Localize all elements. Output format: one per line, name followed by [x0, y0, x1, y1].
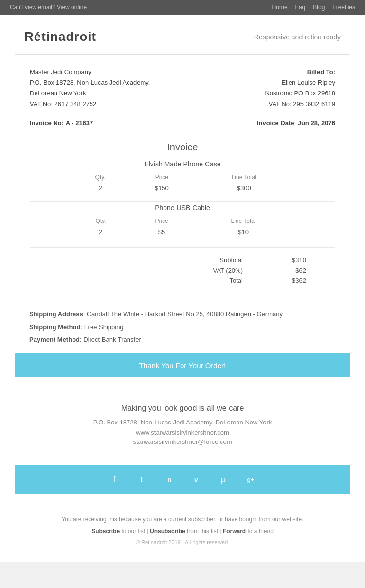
linkedin-icon[interactable]: in: [162, 473, 176, 486]
footer-website[interactable]: www.starwarsisirvinkershner.com: [24, 429, 341, 436]
billing-from: Master Jedi Company P.O. Box 18728, Non-…: [30, 67, 150, 110]
invoice-meta: Invoice No: A - 21637 Invoice Date: Jun …: [30, 119, 335, 127]
invoice-no-value: A - 21637: [66, 119, 93, 127]
legal-links: Subscribe to our list | Unsubscribe from…: [24, 525, 341, 537]
legal-text: You are receiving this because you are a…: [24, 514, 341, 525]
faq-link[interactable]: Faq: [295, 4, 306, 11]
unsubscribe-link[interactable]: Unsubscribe: [150, 528, 185, 534]
main-wrapper: Rétinadroit Responsive and retina ready …: [0, 15, 365, 562]
topbar-nav: Home Faq Blog Freebies: [272, 4, 355, 11]
product-2-section: Phone USB Cable Qty. Price Line Total 2 …: [30, 204, 335, 238]
payment-method-value: Direct Bank Transfer: [83, 336, 141, 343]
vat-row: VAT (20%) $62: [30, 265, 335, 276]
billed-to-label: Billed To:: [265, 67, 335, 77]
blog-link[interactable]: Blog: [313, 4, 325, 11]
freebies-link[interactable]: Freebies: [332, 4, 355, 11]
product-1-section: Elvish Made Phone Case Qty. Price Line T…: [30, 160, 335, 194]
vimeo-icon[interactable]: v: [189, 473, 203, 486]
pinterest-icon[interactable]: p: [217, 473, 230, 486]
product-1-data-row: 2 $150 $300: [30, 183, 335, 194]
total-row: Total $362: [30, 276, 335, 286]
billed-to-name: Ellen Louise Ripley: [265, 77, 335, 88]
invoice-date-value: Jun 28, 2076: [298, 119, 335, 127]
company-address1: P.O. Box 18728, Non-Lucas Jedi Academy,: [30, 77, 150, 88]
subscribe-text: to our list |: [122, 528, 150, 534]
product-2-header-row: Qty. Price Line Total: [30, 216, 335, 226]
product-1-linetotal-header: Line Total: [182, 172, 335, 183]
footer-address: P.O. Box 18728, Non-Lucas Jedi Academy, …: [24, 419, 341, 426]
product-1-price-header: Price: [142, 172, 182, 183]
billing-header: Master Jedi Company P.O. Box 18728, Non-…: [30, 67, 335, 110]
product-2-name: Phone USB Cable: [30, 204, 335, 212]
invoice-number-field: Invoice No: A - 21637: [30, 119, 93, 127]
twitter-icon[interactable]: t: [135, 473, 148, 486]
subscribe-link[interactable]: Subscribe: [91, 528, 120, 534]
product-2-price-header: Price: [143, 216, 181, 226]
total-value: $362: [282, 277, 306, 284]
product-1-qty: 2: [30, 183, 142, 194]
view-email-link[interactable]: Can't view email? View online: [10, 4, 87, 11]
product-1-price: $150: [142, 183, 182, 194]
invoice-title: Invoice: [30, 142, 335, 153]
footer-brand: Making you look good is all we care P.O.…: [0, 389, 365, 455]
header-section: Rétinadroit Responsive and retina ready: [0, 15, 365, 54]
shipping-address-label: Shipping Address: [29, 311, 83, 318]
billing-to: Billed To: Ellen Louise Ripley Nostromo …: [265, 67, 335, 110]
logo: Rétinadroit: [24, 29, 96, 44]
vat-value: $62: [282, 267, 306, 274]
subtotal-value: $310: [282, 257, 306, 264]
totals-section: Subtotal $310 VAT (20%) $62 Total $362: [30, 247, 335, 286]
product-2-price: $5: [143, 226, 181, 238]
product-1-name: Elvish Made Phone Case: [30, 160, 335, 168]
forward-link[interactable]: Forward: [223, 528, 246, 534]
billed-to-address: Nostromo PO Box 29618: [265, 88, 335, 99]
product-2-qty-header: Qty.: [30, 216, 143, 226]
billed-to-vat: VAT No: 295 3932 6119: [265, 99, 335, 110]
shipping-method-line: Shipping Method: Free Shipping: [29, 321, 336, 333]
subtotal-label: Subtotal: [204, 257, 243, 264]
payment-method-line: Payment Method: Direct Bank Transfer: [29, 333, 336, 346]
product-2-linetotal-header: Line Total: [181, 216, 335, 226]
product-1-header-row: Qty. Price Line Total: [30, 172, 335, 183]
social-bar: f t in v p g+: [15, 465, 350, 494]
topbar: Can't view email? View online Home Faq B…: [0, 0, 365, 15]
divider: [30, 129, 335, 129]
product-2-linetotal: $10: [181, 226, 335, 238]
product-2-qty: 2: [30, 226, 143, 238]
googleplus-icon[interactable]: g+: [244, 473, 257, 486]
forward-text: to a friend: [248, 528, 274, 534]
shipping-section: Shipping Address: Gandalf The White - Ha…: [15, 308, 350, 346]
shipping-address-value: Gandalf The White - Harkort Street No 25…: [87, 311, 283, 318]
payment-method-label: Payment Method: [29, 336, 80, 343]
copyright: © Retinadroit 2019 - All rights reserved…: [24, 537, 341, 548]
footer-legal: You are receiving this because you are a…: [0, 504, 365, 562]
product-2-table: Qty. Price Line Total 2 $5 $10: [30, 216, 335, 238]
invoice-date-field: Invoice Date: Jun 28, 2076: [257, 119, 335, 127]
shipping-method-label: Shipping Method: [29, 323, 80, 331]
invoice-date-label: Invoice Date: [257, 119, 294, 127]
total-label: Total: [204, 277, 243, 284]
subtotal-row: Subtotal $310: [30, 255, 335, 265]
product-1-table: Qty. Price Line Total 2 $150 $300: [30, 172, 335, 194]
invoice-no-label: Invoice No:: [30, 119, 64, 127]
footer-email[interactable]: starwarsisirvinkershner@force.com: [24, 438, 341, 445]
company-address2: DeLorean New York: [30, 88, 150, 99]
facebook-icon[interactable]: f: [108, 473, 121, 486]
home-link[interactable]: Home: [272, 4, 288, 11]
product-1-linetotal: $300: [182, 183, 335, 194]
footer-tagline: Making you look good is all we care: [24, 404, 341, 413]
unsubscribe-text: from this list |: [187, 528, 223, 534]
company-vat: VAT No: 2617 348 2752: [30, 99, 150, 110]
company-name: Master Jedi Company: [30, 67, 150, 77]
invoice-card: Master Jedi Company P.O. Box 18728, Non-…: [15, 54, 350, 298]
product-2-data-row: 2 $5 $10: [30, 226, 335, 238]
shipping-method-value: Free Shipping: [84, 323, 124, 331]
thank-you-button[interactable]: Thank You For Your Order!: [15, 353, 350, 377]
divider2: [30, 201, 335, 202]
product-1-qty-header: Qty.: [30, 172, 142, 183]
vat-label: VAT (20%): [204, 267, 243, 274]
shipping-address-line: Shipping Address: Gandalf The White - Ha…: [29, 308, 336, 321]
tagline: Responsive and retina ready: [254, 33, 341, 41]
